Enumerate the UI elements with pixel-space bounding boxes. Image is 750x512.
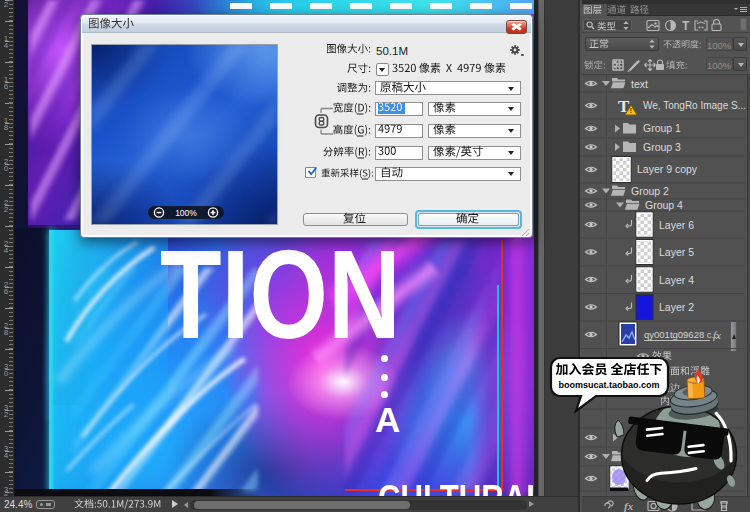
svg-text:boomsucat.taobao.com: boomsucat.taobao.com [558,380,659,390]
